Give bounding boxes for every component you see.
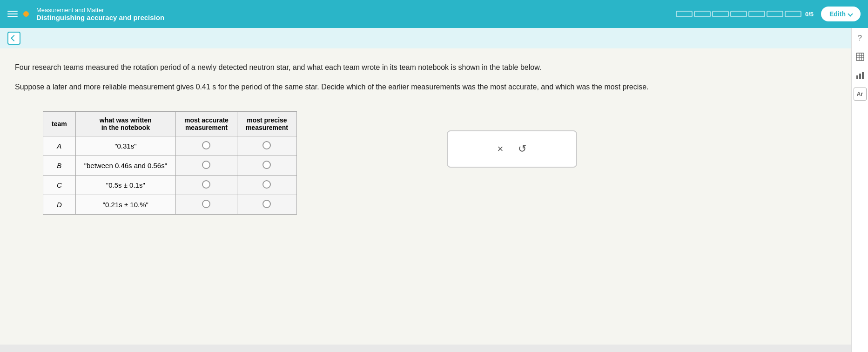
- chart-icon[interactable]: [854, 69, 867, 82]
- accurate-radio-c[interactable]: [175, 176, 237, 195]
- table-row: C "0.5s ± 0.1s": [43, 176, 297, 195]
- user-menu-button[interactable]: Edith: [821, 7, 861, 21]
- accurate-radio-b[interactable]: [175, 156, 237, 176]
- sub-header: [0, 28, 868, 48]
- progress-segment-6: [767, 11, 783, 17]
- progress-segment-7: [785, 11, 801, 17]
- notebook-c: "0.5s ± 0.1s": [75, 176, 175, 195]
- text-icon[interactable]: Ar: [854, 88, 867, 101]
- module-name: Measurement and Matter: [36, 7, 164, 14]
- table-row: B "between 0.46s and 0.56s": [43, 156, 297, 176]
- team-b: B: [43, 156, 76, 176]
- radio-circle[interactable]: [262, 200, 271, 208]
- header: Measurement and Matter Distinguishing ac…: [0, 0, 868, 28]
- svg-rect-0: [856, 53, 864, 61]
- header-left: Measurement and Matter Distinguishing ac…: [7, 7, 164, 21]
- team-a: A: [43, 136, 76, 156]
- precise-radio-b[interactable]: [237, 156, 296, 176]
- right-sidebar: ? Ar: [851, 28, 868, 352]
- module-dot-icon: [23, 11, 29, 17]
- action-box: × ↺: [447, 130, 577, 168]
- header-right: 0/5 Edith: [676, 7, 861, 21]
- table-row: A "0.31s": [43, 136, 297, 156]
- radio-circle[interactable]: [202, 141, 210, 149]
- measurement-table-wrapper: team what was writtenin the notebook mos…: [43, 111, 297, 215]
- team-d: D: [43, 195, 76, 215]
- col-header-precise: most precisemeasurement: [237, 112, 296, 136]
- svg-rect-7: [862, 72, 864, 79]
- svg-rect-6: [859, 74, 861, 79]
- progress-segment-3: [712, 11, 729, 17]
- question-paragraph2: Suppose a later and more reliable measur…: [15, 81, 829, 93]
- collapse-button[interactable]: [7, 32, 20, 45]
- precise-radio-a[interactable]: [237, 136, 296, 156]
- radio-circle[interactable]: [262, 161, 271, 169]
- progress-segment-4: [730, 11, 747, 17]
- question-paragraph1: Four research teams measured the rotatio…: [15, 61, 829, 74]
- undo-button[interactable]: ↺: [518, 143, 526, 155]
- progress-segment-2: [694, 11, 711, 17]
- radio-circle[interactable]: [262, 141, 271, 149]
- col-header-team: team: [43, 112, 76, 136]
- progress-segment-5: [748, 11, 765, 17]
- lesson-title: Distinguishing accuracy and precision: [36, 14, 164, 21]
- chevron-down-icon: [848, 11, 853, 16]
- progress-label: 0/5: [805, 11, 814, 18]
- table-row: D "0.21s ± 10.%": [43, 195, 297, 215]
- notebook-a: "0.31s": [75, 136, 175, 156]
- notebook-b: "between 0.46s and 0.56s": [75, 156, 175, 176]
- svg-rect-5: [856, 75, 858, 79]
- table-icon[interactable]: [854, 50, 867, 63]
- header-title-group: Measurement and Matter Distinguishing ac…: [36, 7, 164, 21]
- col-header-accurate: most accuratemeasurement: [175, 112, 237, 136]
- clear-button[interactable]: ×: [498, 143, 504, 155]
- radio-circle[interactable]: [202, 200, 210, 208]
- progress-segment-1: [676, 11, 693, 17]
- precise-radio-d[interactable]: [237, 195, 296, 215]
- user-name: Edith: [829, 10, 846, 18]
- hamburger-menu-icon[interactable]: [7, 11, 18, 17]
- progress-segments: [676, 11, 801, 17]
- radio-circle[interactable]: [202, 180, 210, 189]
- measurement-table: team what was writtenin the notebook mos…: [43, 111, 297, 215]
- radio-circle[interactable]: [262, 180, 271, 189]
- help-icon[interactable]: ?: [854, 32, 867, 45]
- main-content: Four research teams measured the rotatio…: [0, 48, 851, 345]
- notebook-d: "0.21s ± 10.%": [75, 195, 175, 215]
- precise-radio-c[interactable]: [237, 176, 296, 195]
- team-c: C: [43, 176, 76, 195]
- radio-circle[interactable]: [202, 161, 210, 169]
- accurate-radio-d[interactable]: [175, 195, 237, 215]
- accurate-radio-a[interactable]: [175, 136, 237, 156]
- col-header-notebook: what was writtenin the notebook: [75, 112, 175, 136]
- progress-bar-container: 0/5: [676, 11, 814, 18]
